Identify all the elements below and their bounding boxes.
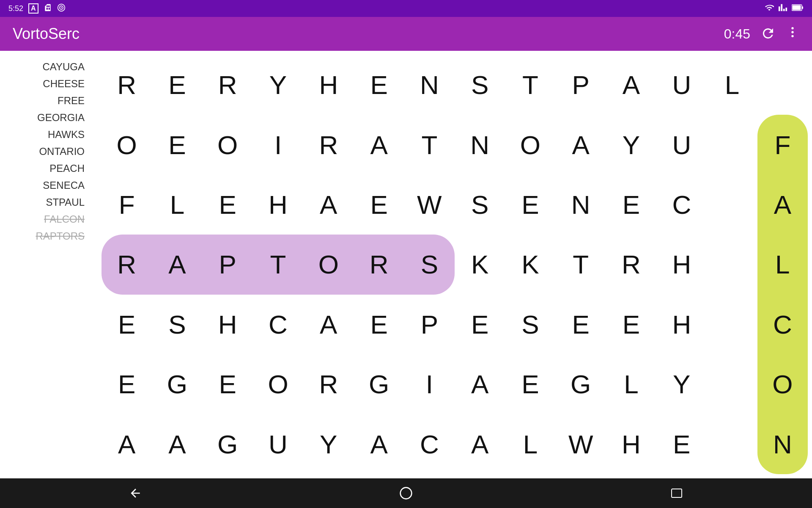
cell-6-1[interactable]: A — [152, 414, 202, 474]
cell-2-13[interactable]: A — [757, 175, 808, 235]
cell-6-9[interactable]: W — [556, 414, 606, 474]
cell-5-9[interactable]: G — [556, 354, 606, 414]
cell-1-1[interactable]: E — [152, 115, 202, 174]
cell-2-3[interactable]: H — [253, 175, 303, 235]
cell-2-9[interactable]: N — [556, 175, 606, 235]
cell-3-11[interactable]: H — [656, 235, 707, 294]
cell-5-3[interactable]: O — [253, 354, 303, 414]
cell-3-12[interactable] — [707, 235, 757, 294]
cell-3-4[interactable]: O — [303, 235, 354, 294]
cell-4-2[interactable]: H — [203, 295, 253, 354]
cell-2-5[interactable]: E — [354, 175, 404, 235]
cell-6-5[interactable]: A — [354, 414, 404, 474]
cell-6-4[interactable]: Y — [303, 414, 354, 474]
cell-5-11[interactable]: Y — [656, 354, 707, 414]
cell-3-7[interactable]: K — [455, 235, 505, 294]
cell-2-12[interactable] — [707, 175, 757, 235]
cell-1-2[interactable]: O — [203, 115, 253, 174]
cell-4-0[interactable]: E — [102, 295, 152, 354]
cell-6-10[interactable]: H — [606, 414, 656, 474]
cell-2-0[interactable]: F — [102, 175, 152, 235]
cell-0-3[interactable]: Y — [253, 55, 303, 115]
cell-4-11[interactable]: H — [656, 295, 707, 354]
cell-6-7[interactable]: A — [455, 414, 505, 474]
recent-button[interactable] — [664, 485, 689, 502]
cell-2-7[interactable]: S — [455, 175, 505, 235]
cell-1-10[interactable]: Y — [606, 115, 656, 174]
cell-6-13[interactable]: N — [757, 414, 808, 474]
cell-3-13[interactable]: L — [757, 235, 808, 294]
cell-0-13[interactable] — [757, 55, 808, 115]
cell-1-0[interactable]: O — [102, 115, 152, 174]
cell-2-1[interactable]: L — [152, 175, 202, 235]
cell-3-5[interactable]: R — [354, 235, 404, 294]
cell-5-2[interactable]: E — [203, 354, 253, 414]
cell-1-8[interactable]: O — [505, 115, 555, 174]
cell-3-3[interactable]: T — [253, 235, 303, 294]
cell-0-0[interactable]: R — [102, 55, 152, 115]
cell-4-4[interactable]: A — [303, 295, 354, 354]
cell-6-11[interactable]: E — [656, 414, 707, 474]
cell-4-1[interactable]: S — [152, 295, 202, 354]
cell-0-10[interactable]: A — [606, 55, 656, 115]
cell-5-12[interactable] — [707, 354, 757, 414]
cell-2-11[interactable]: C — [656, 175, 707, 235]
cell-6-8[interactable]: L — [505, 414, 555, 474]
cell-4-3[interactable]: C — [253, 295, 303, 354]
cell-3-10[interactable]: R — [606, 235, 656, 294]
cell-1-7[interactable]: N — [455, 115, 505, 174]
cell-5-4[interactable]: R — [303, 354, 354, 414]
cell-6-3[interactable]: U — [253, 414, 303, 474]
cell-1-12[interactable] — [707, 115, 757, 174]
cell-0-12[interactable]: L — [707, 55, 757, 115]
cell-4-10[interactable]: E — [606, 295, 656, 354]
cell-4-8[interactable]: S — [505, 295, 555, 354]
cell-4-7[interactable]: E — [455, 295, 505, 354]
cell-5-1[interactable]: G — [152, 354, 202, 414]
cell-5-7[interactable]: A — [455, 354, 505, 414]
cell-3-0[interactable]: R — [102, 235, 152, 294]
cell-1-4[interactable]: R — [303, 115, 354, 174]
home-button[interactable] — [393, 485, 419, 502]
cell-4-5[interactable]: E — [354, 295, 404, 354]
cell-4-12[interactable] — [707, 295, 757, 354]
cell-6-0[interactable]: A — [102, 414, 152, 474]
cell-0-2[interactable]: R — [203, 55, 253, 115]
grid-area[interactable]: RERYHENSTPAULOEOIRATNOAYUFFLEHAEWSENECAR… — [93, 51, 812, 478]
cell-3-9[interactable]: T — [556, 235, 606, 294]
cell-0-1[interactable]: E — [152, 55, 202, 115]
cell-3-6[interactable]: S — [404, 235, 455, 294]
cell-0-6[interactable]: N — [404, 55, 455, 115]
cell-2-10[interactable]: E — [606, 175, 656, 235]
cell-1-13[interactable]: F — [757, 115, 808, 174]
cell-0-9[interactable]: P — [556, 55, 606, 115]
cell-3-8[interactable]: K — [505, 235, 555, 294]
cell-1-3[interactable]: I — [253, 115, 303, 174]
more-menu-button[interactable] — [786, 25, 799, 42]
cell-0-8[interactable]: T — [505, 55, 555, 115]
cell-1-5[interactable]: A — [354, 115, 404, 174]
cell-6-6[interactable]: C — [404, 414, 455, 474]
cell-2-8[interactable]: E — [505, 175, 555, 235]
cell-0-7[interactable]: S — [455, 55, 505, 115]
word-grid[interactable]: RERYHENSTPAULOEOIRATNOAYUFFLEHAEWSENECAR… — [102, 55, 808, 474]
cell-4-6[interactable]: P — [404, 295, 455, 354]
cell-1-9[interactable]: A — [556, 115, 606, 174]
cell-5-10[interactable]: L — [606, 354, 656, 414]
cell-5-5[interactable]: G — [354, 354, 404, 414]
cell-2-6[interactable]: W — [404, 175, 455, 235]
cell-0-11[interactable]: U — [656, 55, 707, 115]
cell-1-11[interactable]: U — [656, 115, 707, 174]
cell-3-1[interactable]: A — [152, 235, 202, 294]
cell-5-0[interactable]: E — [102, 354, 152, 414]
cell-2-4[interactable]: A — [303, 175, 354, 235]
cell-2-2[interactable]: E — [203, 175, 253, 235]
cell-1-6[interactable]: T — [404, 115, 455, 174]
cell-6-2[interactable]: G — [203, 414, 253, 474]
cell-3-2[interactable]: P — [203, 235, 253, 294]
cell-6-12[interactable] — [707, 414, 757, 474]
cell-5-8[interactable]: E — [505, 354, 555, 414]
cell-5-6[interactable]: I — [404, 354, 455, 414]
cell-4-13[interactable]: C — [757, 295, 808, 354]
cell-0-4[interactable]: H — [303, 55, 354, 115]
